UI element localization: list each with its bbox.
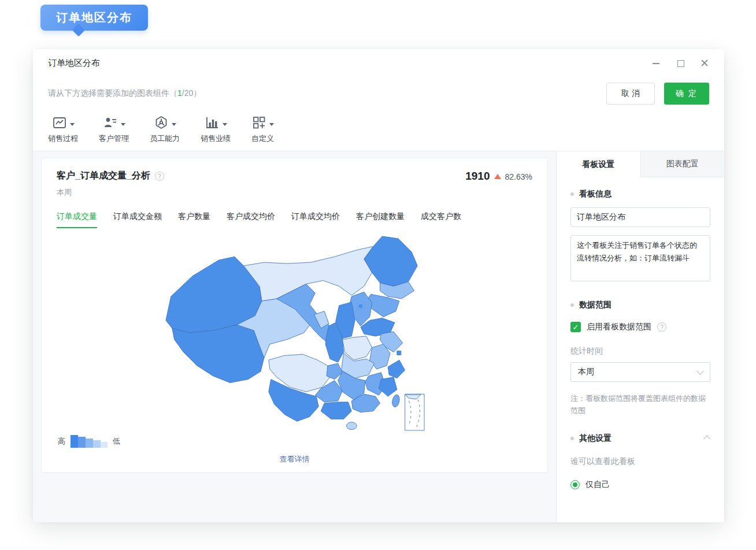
legend-gradient-icon: [71, 435, 108, 448]
toolbar-item-label: 员工能力: [150, 133, 180, 144]
instruction-text: 请从下方选择需要添加的图表组件（1/20）: [48, 88, 201, 99]
dialog-header-row: 请从下方选择需要添加的图表组件（1/20） 取 消 确 定: [33, 77, 724, 105]
confirm-button[interactable]: 确 定: [664, 83, 709, 105]
dialog-body: 客户_订单成交量_分析 ? 1910 82.63% 本周 订单成交量 订单成交金…: [33, 151, 724, 522]
section-board-info: 看板信息: [570, 189, 710, 199]
dialog-titlebar: 订单地区分布: [33, 49, 724, 77]
section-data-range: 数据范围: [570, 300, 710, 310]
chevron-down-icon: [223, 123, 227, 128]
chevron-down-icon: [696, 367, 704, 375]
board-title-bubble: 订单地区分布: [40, 5, 148, 31]
metric-value-block: 1910 82.63%: [465, 170, 532, 183]
hexagon-radar-icon: [154, 115, 169, 130]
toolbar-item-label: 自定义: [251, 133, 274, 144]
checkbox-checked-icon[interactable]: [570, 322, 581, 332]
help-icon[interactable]: ?: [657, 322, 666, 332]
add-chart-dialog: 订单地区分布 请从下方选择需要添加的图表组件（1/20） 取 消 确 定: [33, 49, 724, 520]
bullet-icon: [570, 437, 574, 440]
toolbar-item-label: 客户管理: [99, 133, 129, 144]
tab-board-settings[interactable]: 看板设置: [557, 151, 640, 177]
toolbar-item-label: 销售业绩: [201, 133, 231, 144]
chart-period: 本周: [57, 187, 532, 198]
chart-component-toolbar: 销售过程 客户管理: [33, 105, 724, 151]
cancel-button[interactable]: 取 消: [606, 83, 655, 105]
count-suffix: /20）: [182, 88, 201, 98]
stat-time-label: 统计时间: [570, 346, 710, 356]
stat-time-select[interactable]: 本周: [570, 362, 710, 382]
chart-card-header: 客户_订单成交量_分析 ? 1910 82.63%: [57, 170, 532, 183]
line-chart-icon: [52, 115, 67, 130]
chevron-down-icon: [172, 123, 176, 128]
chevron-up-icon[interactable]: [703, 436, 711, 443]
board-description-textarea[interactable]: 这个看板关注于销售订单各个状态的流转情况分析，如：订单流转漏斗: [570, 235, 710, 281]
bullet-icon: [570, 303, 574, 307]
close-icon[interactable]: [700, 58, 709, 68]
tab-customer-avg-price[interactable]: 客户成交均价: [227, 211, 275, 228]
map-legend: 高 低: [58, 435, 120, 448]
dialog-title: 订单地区分布: [48, 58, 100, 69]
radio-selected-icon[interactable]: [570, 480, 580, 489]
metric-delta: 82.63%: [505, 172, 532, 181]
visibility-option-row: 仅自己: [570, 480, 710, 490]
screen: 订单地区分布 订单地区分布 请从下方选择需要添加的图表组件（1/20） 取 消 …: [0, 0, 756, 550]
legend-high-label: 高: [58, 436, 65, 447]
view-details-link[interactable]: 查看详情: [42, 454, 547, 464]
board-name-input[interactable]: [570, 207, 710, 227]
china-map-container: [57, 231, 532, 435]
bar-chart-icon: [205, 115, 220, 130]
tab-deal-customers[interactable]: 成交客户数: [421, 211, 461, 228]
selected-count: 1: [177, 88, 182, 98]
user-list-icon: [103, 115, 118, 130]
section-other-settings: 其他设置: [570, 433, 710, 444]
chevron-down-icon: [70, 123, 75, 128]
section-title: 数据范围: [579, 300, 612, 310]
toolbar-item-customer-management[interactable]: 客户管理: [99, 113, 129, 144]
instruction-prefix: 请从下方选择需要添加的图表组件（: [48, 88, 177, 98]
minimize-icon[interactable]: [651, 58, 661, 68]
maximize-icon[interactable]: [676, 58, 685, 68]
toolbar-item-sales-performance[interactable]: 销售业绩: [201, 113, 231, 144]
radio-label: 仅自己: [585, 480, 610, 490]
tab-order-volume[interactable]: 订单成交量: [57, 211, 97, 228]
south-china-sea-inset: [405, 394, 424, 430]
bullet-icon: [570, 192, 574, 196]
board-title-bubble-label: 订单地区分布: [56, 11, 132, 24]
toolbar-item-employee-ability[interactable]: 员工能力: [150, 113, 180, 144]
who-can-view-label: 谁可以查看此看板: [570, 456, 710, 467]
window-controls: [651, 58, 709, 68]
toolbar-item-custom[interactable]: 自定义: [251, 113, 274, 144]
tab-customer-created[interactable]: 客户创建数量: [356, 211, 405, 228]
section-title: 看板信息: [579, 189, 612, 199]
trend-up-icon: [494, 174, 501, 179]
sidebar-tabs: 看板设置 图表配置: [557, 151, 724, 177]
toolbar-item-sales-process[interactable]: 销售过程: [48, 113, 78, 144]
tab-order-amount[interactable]: 订单成交金额: [113, 211, 162, 228]
stat-time-value: 本周: [578, 367, 594, 377]
settings-sidebar: 看板设置 图表配置 看板信息 这个看板关注于销售订单各个状态的流转情况分析，如：…: [556, 151, 724, 522]
board-canvas: 客户_订单成交量_分析 ? 1910 82.63% 本周 订单成交量 订单成交金…: [33, 151, 556, 522]
toolbar-item-label: 销售过程: [48, 133, 78, 144]
checkbox-label: 启用看板数据范围: [587, 322, 651, 332]
section-title: 其他设置: [579, 433, 612, 444]
chevron-down-icon: [121, 123, 125, 128]
tab-customer-count[interactable]: 客户数量: [178, 211, 210, 228]
data-range-note: 注：看板数据范围将覆盖图表组件的数据范围: [570, 392, 710, 417]
chart-card: 客户_订单成交量_分析 ? 1910 82.63% 本周 订单成交量 订单成交金…: [41, 158, 548, 473]
enable-data-range-row: 启用看板数据范围 ?: [570, 322, 710, 332]
chart-title: 客户_订单成交量_分析: [57, 170, 150, 182]
tab-order-avg-price[interactable]: 订单成交均价: [291, 211, 340, 228]
legend-low-label: 低: [113, 436, 120, 447]
help-icon[interactable]: ?: [155, 172, 164, 181]
metric-value: 1910: [465, 170, 490, 183]
custom-widget-icon: [251, 115, 266, 130]
metric-tabs: 订单成交量 订单成交金额 客户数量 客户成交均价 订单成交均价 客户创建数量 成…: [57, 211, 532, 228]
tab-chart-config[interactable]: 图表配置: [640, 151, 725, 177]
board-settings-panel: 看板信息 这个看板关注于销售订单各个状态的流转情况分析，如：订单流转漏斗 数据范…: [557, 177, 724, 501]
china-choropleth-map[interactable]: [164, 231, 425, 435]
chevron-down-icon: [269, 123, 274, 128]
dialog-actions: 取 消 确 定: [606, 83, 709, 105]
